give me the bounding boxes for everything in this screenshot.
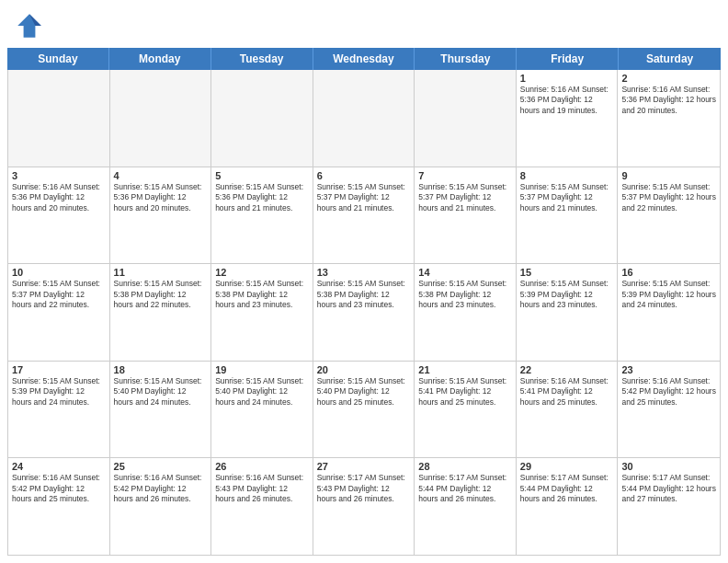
day-cell: 28Sunrise: 5:17 AM Sunset: 5:44 PM Dayli…	[415, 458, 517, 555]
page: SundayMondayTuesdayWednesdayThursdayFrid…	[0, 0, 728, 563]
day-number: 19	[215, 364, 309, 375]
day-info: Sunrise: 5:16 AM Sunset: 5:42 PM Dayligh…	[12, 473, 106, 504]
day-info: Sunrise: 5:15 AM Sunset: 5:37 PM Dayligh…	[621, 182, 716, 213]
calendar: SundayMondayTuesdayWednesdayThursdayFrid…	[0, 48, 728, 563]
day-cell: 7Sunrise: 5:15 AM Sunset: 5:37 PM Daylig…	[415, 167, 517, 264]
day-cell: 16Sunrise: 5:15 AM Sunset: 5:39 PM Dayli…	[618, 264, 720, 361]
day-cell: 26Sunrise: 5:16 AM Sunset: 5:43 PM Dayli…	[211, 458, 313, 555]
day-info: Sunrise: 5:17 AM Sunset: 5:44 PM Dayligh…	[621, 473, 716, 504]
day-info: Sunrise: 5:17 AM Sunset: 5:44 PM Dayligh…	[520, 473, 614, 504]
day-number: 13	[317, 267, 411, 278]
day-info: Sunrise: 5:15 AM Sunset: 5:37 PM Dayligh…	[317, 182, 411, 213]
day-info: Sunrise: 5:15 AM Sunset: 5:38 PM Dayligh…	[418, 279, 512, 310]
weekday-header: Tuesday	[211, 48, 313, 70]
weekday-header: Friday	[517, 48, 619, 70]
day-number: 9	[621, 170, 716, 181]
day-cell: 8Sunrise: 5:15 AM Sunset: 5:37 PM Daylig…	[517, 167, 619, 264]
day-info: Sunrise: 5:16 AM Sunset: 5:42 PM Dayligh…	[114, 473, 208, 504]
logo	[15, 11, 48, 40]
weekday-header: Monday	[109, 48, 211, 70]
day-number: 11	[114, 267, 208, 278]
day-info: Sunrise: 5:17 AM Sunset: 5:44 PM Dayligh…	[418, 473, 512, 504]
day-number: 23	[621, 364, 716, 375]
day-cell: 1Sunrise: 5:16 AM Sunset: 5:36 PM Daylig…	[517, 70, 619, 167]
header	[0, 0, 728, 48]
day-info: Sunrise: 5:15 AM Sunset: 5:37 PM Dayligh…	[520, 182, 614, 213]
day-cell: 21Sunrise: 5:15 AM Sunset: 5:41 PM Dayli…	[415, 362, 517, 458]
day-cell: 11Sunrise: 5:15 AM Sunset: 5:38 PM Dayli…	[110, 264, 212, 361]
day-cell: 6Sunrise: 5:15 AM Sunset: 5:37 PM Daylig…	[313, 167, 415, 264]
day-number: 24	[12, 461, 106, 472]
day-cell: 5Sunrise: 5:15 AM Sunset: 5:36 PM Daylig…	[211, 167, 313, 264]
day-info: Sunrise: 5:15 AM Sunset: 5:40 PM Dayligh…	[215, 376, 309, 408]
weekday-header: Wednesday	[313, 48, 415, 70]
day-info: Sunrise: 5:16 AM Sunset: 5:41 PM Dayligh…	[520, 376, 614, 408]
empty-cell	[313, 70, 415, 167]
day-number: 25	[114, 461, 208, 472]
day-info: Sunrise: 5:17 AM Sunset: 5:43 PM Dayligh…	[317, 473, 411, 504]
day-cell: 12Sunrise: 5:15 AM Sunset: 5:38 PM Dayli…	[211, 264, 313, 361]
day-info: Sunrise: 5:15 AM Sunset: 5:40 PM Dayligh…	[114, 376, 208, 408]
day-info: Sunrise: 5:15 AM Sunset: 5:37 PM Dayligh…	[418, 182, 512, 213]
day-number: 7	[418, 170, 512, 181]
day-cell: 3Sunrise: 5:16 AM Sunset: 5:36 PM Daylig…	[8, 167, 110, 264]
weekday-header: Thursday	[415, 48, 517, 70]
day-number: 20	[317, 364, 411, 375]
day-cell: 14Sunrise: 5:15 AM Sunset: 5:38 PM Dayli…	[415, 264, 517, 361]
empty-cell	[211, 70, 313, 167]
empty-cell	[8, 70, 110, 167]
day-cell: 9Sunrise: 5:15 AM Sunset: 5:37 PM Daylig…	[618, 167, 720, 264]
day-number: 8	[520, 170, 614, 181]
day-cell: 27Sunrise: 5:17 AM Sunset: 5:43 PM Dayli…	[313, 458, 415, 555]
day-number: 6	[317, 170, 411, 181]
day-info: Sunrise: 5:16 AM Sunset: 5:36 PM Dayligh…	[621, 85, 716, 116]
day-cell: 4Sunrise: 5:15 AM Sunset: 5:36 PM Daylig…	[110, 167, 212, 264]
day-number: 26	[215, 461, 309, 472]
day-cell: 20Sunrise: 5:15 AM Sunset: 5:40 PM Dayli…	[313, 362, 415, 458]
day-number: 5	[215, 170, 309, 181]
day-number: 15	[520, 267, 614, 278]
calendar-row: 10Sunrise: 5:15 AM Sunset: 5:37 PM Dayli…	[8, 264, 720, 362]
day-cell: 23Sunrise: 5:16 AM Sunset: 5:42 PM Dayli…	[618, 362, 720, 458]
day-cell: 15Sunrise: 5:15 AM Sunset: 5:39 PM Dayli…	[517, 264, 619, 361]
day-info: Sunrise: 5:15 AM Sunset: 5:38 PM Dayligh…	[317, 279, 411, 310]
day-cell: 22Sunrise: 5:16 AM Sunset: 5:41 PM Dayli…	[517, 362, 619, 458]
logo-icon	[15, 11, 44, 40]
calendar-header: SundayMondayTuesdayWednesdayThursdayFrid…	[7, 48, 721, 70]
calendar-body: 1Sunrise: 5:16 AM Sunset: 5:36 PM Daylig…	[7, 70, 721, 556]
weekday-header: Sunday	[7, 48, 109, 70]
calendar-row: 24Sunrise: 5:16 AM Sunset: 5:42 PM Dayli…	[8, 458, 720, 555]
day-cell: 29Sunrise: 5:17 AM Sunset: 5:44 PM Dayli…	[517, 458, 619, 555]
day-number: 28	[418, 461, 512, 472]
day-number: 14	[418, 267, 512, 278]
day-cell: 10Sunrise: 5:15 AM Sunset: 5:37 PM Dayli…	[8, 264, 110, 361]
day-number: 3	[12, 170, 106, 181]
day-number: 29	[520, 461, 614, 472]
day-number: 10	[12, 267, 106, 278]
empty-cell	[110, 70, 212, 167]
day-info: Sunrise: 5:15 AM Sunset: 5:36 PM Dayligh…	[215, 182, 309, 213]
day-info: Sunrise: 5:15 AM Sunset: 5:38 PM Dayligh…	[114, 279, 208, 310]
day-info: Sunrise: 5:16 AM Sunset: 5:36 PM Dayligh…	[520, 85, 614, 116]
day-number: 21	[418, 364, 512, 375]
day-number: 2	[621, 73, 716, 84]
day-info: Sunrise: 5:16 AM Sunset: 5:43 PM Dayligh…	[215, 473, 309, 504]
day-number: 12	[215, 267, 309, 278]
day-number: 27	[317, 461, 411, 472]
calendar-row: 3Sunrise: 5:16 AM Sunset: 5:36 PM Daylig…	[8, 167, 720, 265]
day-number: 17	[12, 364, 106, 375]
day-info: Sunrise: 5:16 AM Sunset: 5:42 PM Dayligh…	[621, 376, 716, 408]
day-info: Sunrise: 5:16 AM Sunset: 5:36 PM Dayligh…	[12, 182, 106, 213]
day-number: 18	[114, 364, 208, 375]
day-info: Sunrise: 5:15 AM Sunset: 5:40 PM Dayligh…	[317, 376, 411, 408]
day-cell: 18Sunrise: 5:15 AM Sunset: 5:40 PM Dayli…	[110, 362, 212, 458]
calendar-row: 1Sunrise: 5:16 AM Sunset: 5:36 PM Daylig…	[8, 70, 720, 167]
day-info: Sunrise: 5:15 AM Sunset: 5:39 PM Dayligh…	[520, 279, 614, 310]
day-cell: 19Sunrise: 5:15 AM Sunset: 5:40 PM Dayli…	[211, 362, 313, 458]
day-number: 16	[621, 267, 716, 278]
day-cell: 30Sunrise: 5:17 AM Sunset: 5:44 PM Dayli…	[618, 458, 720, 555]
day-info: Sunrise: 5:15 AM Sunset: 5:37 PM Dayligh…	[12, 279, 106, 310]
day-number: 1	[520, 73, 614, 84]
day-cell: 24Sunrise: 5:16 AM Sunset: 5:42 PM Dayli…	[8, 458, 110, 555]
weekday-header: Saturday	[619, 48, 721, 70]
